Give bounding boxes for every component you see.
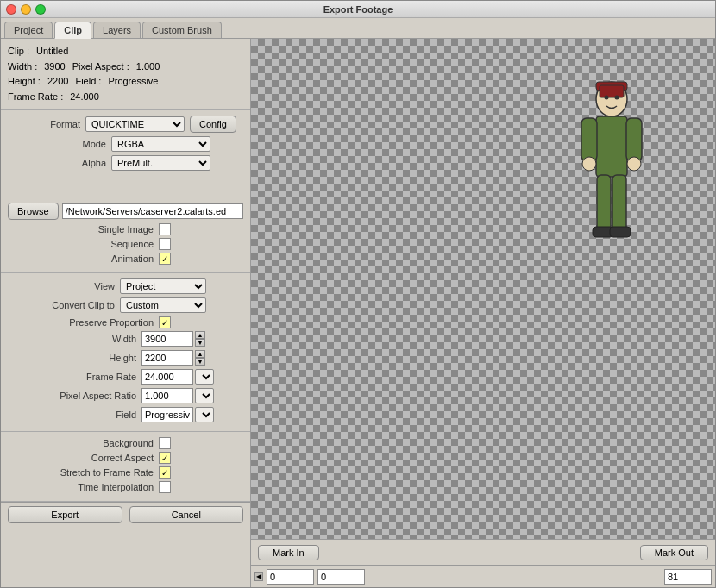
output-section: Background Correct Aspect ✓ Stretch to F… xyxy=(1,432,250,502)
svg-rect-5 xyxy=(626,118,642,161)
mode-label: Mode xyxy=(8,139,111,149)
tab-clip[interactable]: Clip xyxy=(54,22,91,39)
field-row-label: Field xyxy=(8,410,141,420)
file-section: Browse Single Image Sequence Animation ✓ xyxy=(1,197,250,273)
left-panel: Clip : Untitled Width : 3900 Pixel Aspec… xyxy=(1,39,251,587)
alpha-row: Alpha PreMult. xyxy=(8,155,243,171)
mark-out-button[interactable]: Mark Out xyxy=(640,545,708,560)
height-increment[interactable]: ▲ xyxy=(195,350,205,358)
time-interpolation-checkbox[interactable] xyxy=(159,481,171,493)
clip-info-row1: Clip : Untitled xyxy=(8,44,243,59)
format-label: Format xyxy=(8,119,85,129)
pixel-aspect-select[interactable]: ▼ xyxy=(195,388,214,403)
preserve-proportion-row: Preserve Proportion ✓ xyxy=(8,316,243,328)
svg-point-6 xyxy=(582,157,596,171)
right-panel: Mark In Mark Out ◀ xyxy=(251,39,715,587)
clip-info-row3: Height : 2200 Field : Progressive xyxy=(8,74,243,90)
single-image-label: Single Image xyxy=(8,224,159,235)
preserve-proportion-checkbox[interactable]: ✓ xyxy=(159,316,171,328)
mode-row: Mode RGBA xyxy=(8,136,243,152)
convert-clip-row: Convert Clip to Custom xyxy=(8,297,243,313)
sequence-checkbox[interactable] xyxy=(159,238,171,250)
pixel-aspect-row-label: Pixel Aspect Ratio xyxy=(8,391,141,401)
svg-rect-2 xyxy=(600,85,624,97)
pixel-aspect-row: Pixel Aspect Ratio ▼ xyxy=(8,388,243,403)
field-select[interactable]: ▼ xyxy=(195,407,214,422)
frame-mid-input[interactable] xyxy=(317,569,365,585)
background-label: Background xyxy=(8,438,159,448)
alpha-label: Alpha xyxy=(8,158,111,168)
minimize-button[interactable] xyxy=(21,4,31,15)
frame-prev-arrow[interactable]: ◀ xyxy=(254,572,263,581)
maximize-button[interactable] xyxy=(35,4,46,15)
framerate-label: Frame Rate : xyxy=(8,90,63,105)
width-value: 3900 xyxy=(44,59,65,75)
mark-in-button[interactable]: Mark In xyxy=(258,545,319,560)
height-row-label: Height xyxy=(8,353,141,363)
svg-point-12 xyxy=(605,96,609,100)
single-image-row: Single Image xyxy=(8,223,243,235)
height-label: Height : xyxy=(8,74,41,90)
clip-info-row2: Width : 3900 Pixel Aspect : 1.000 xyxy=(8,59,243,75)
stretch-row: Stretch to Frame Rate ✓ xyxy=(8,466,243,479)
stretch-checkbox[interactable]: ✓ xyxy=(159,466,171,479)
clip-label: Clip : xyxy=(8,44,29,59)
file-path-input[interactable] xyxy=(62,203,243,219)
export-button[interactable]: Export xyxy=(8,506,122,523)
mode-select[interactable]: RGBA xyxy=(111,136,210,152)
field-label: Field : xyxy=(75,74,101,90)
width-increment[interactable]: ▲ xyxy=(195,331,205,339)
frame-in-input[interactable] xyxy=(267,569,314,585)
svg-rect-8 xyxy=(597,175,611,231)
close-button[interactable] xyxy=(6,4,16,15)
height-stepper: ▲ ▼ xyxy=(141,350,205,366)
field-row: Field ▼ xyxy=(8,407,243,422)
correct-aspect-checkbox[interactable]: ✓ xyxy=(159,452,171,464)
animation-checkbox[interactable]: ✓ xyxy=(159,253,171,265)
background-checkbox[interactable] xyxy=(159,437,171,449)
height-stepper-buttons: ▲ ▼ xyxy=(195,350,205,366)
cancel-button[interactable]: Cancel xyxy=(129,506,244,523)
svg-point-7 xyxy=(627,157,641,171)
field-input[interactable] xyxy=(141,407,193,422)
clip-value: Untitled xyxy=(36,44,68,59)
convert-clip-select[interactable]: Custom xyxy=(120,297,206,313)
frame-rate-row: Frame Rate ▼ xyxy=(8,369,243,385)
svg-rect-9 xyxy=(612,175,626,231)
single-image-checkbox[interactable] xyxy=(159,223,171,235)
width-decrement[interactable]: ▼ xyxy=(195,339,205,347)
correct-aspect-row: Correct Aspect ✓ xyxy=(8,452,243,464)
time-interpolation-label: Time Interpolation xyxy=(8,482,159,492)
format-select[interactable]: QUICKTIME xyxy=(85,116,185,132)
width-input[interactable] xyxy=(141,331,193,347)
config-button[interactable]: Config xyxy=(190,116,236,133)
bottom-bar: Export Cancel xyxy=(1,502,250,527)
frame-rate-select[interactable]: ▼ xyxy=(195,369,214,385)
sequence-label: Sequence xyxy=(8,239,159,249)
browse-button[interactable]: Browse xyxy=(8,203,59,220)
frame-rate-input[interactable] xyxy=(141,369,193,385)
frame-out-input[interactable] xyxy=(664,569,712,585)
svg-point-13 xyxy=(615,96,619,100)
background-row: Background xyxy=(8,437,243,449)
view-select[interactable]: Project xyxy=(120,278,206,294)
alpha-select[interactable]: PreMult. xyxy=(111,155,210,171)
pixel-aspect-input[interactable] xyxy=(141,388,193,403)
height-decrement[interactable]: ▼ xyxy=(195,358,205,366)
tab-bar: Project Clip Layers Custom Brush xyxy=(1,18,715,39)
sequence-row: Sequence xyxy=(8,238,243,250)
height-input[interactable] xyxy=(141,350,193,366)
clip-info-row4: Frame Rate : 24.000 xyxy=(8,90,243,105)
svg-rect-11 xyxy=(610,227,631,237)
tab-layers[interactable]: Layers xyxy=(93,22,141,38)
pixel-aspect-value: 1.000 xyxy=(136,59,160,75)
field-value: Progressive xyxy=(108,74,158,90)
preview-area xyxy=(251,39,715,539)
tab-custom-brush[interactable]: Custom Brush xyxy=(142,22,222,38)
animation-row: Animation ✓ xyxy=(8,253,243,265)
convert-clip-label: Convert Clip to xyxy=(8,300,120,310)
window-title: Export Footage xyxy=(323,4,393,15)
main-window: Export Footage Project Clip Layers Custo… xyxy=(0,0,716,588)
view-row: View Project xyxy=(8,278,243,294)
tab-project[interactable]: Project xyxy=(4,22,53,38)
